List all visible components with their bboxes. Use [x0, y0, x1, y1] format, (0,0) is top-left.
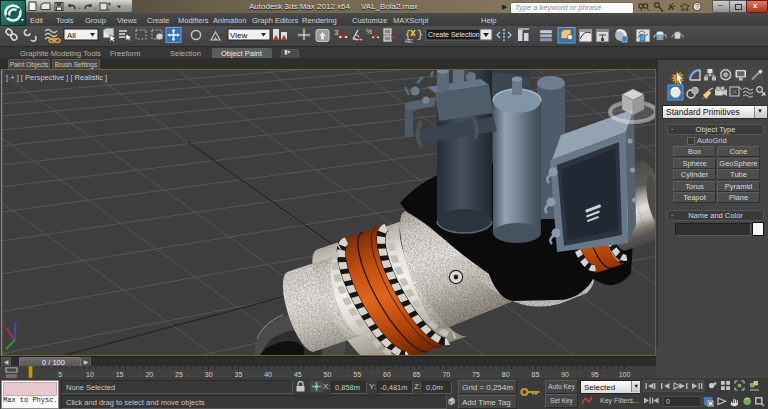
- svg-text:15: 15: [116, 371, 124, 378]
- svg-text:3: 3: [334, 28, 339, 37]
- svg-text:z: z: [17, 321, 20, 327]
- svg-text:80: 80: [502, 371, 510, 378]
- svg-text:30: 30: [205, 371, 213, 378]
- svg-text:75: 75: [472, 371, 480, 378]
- svg-text:35: 35: [235, 371, 243, 378]
- svg-text:40: 40: [264, 371, 272, 378]
- svg-text:?: ?: [695, 3, 699, 10]
- svg-text:85: 85: [532, 371, 540, 378]
- svg-text:60: 60: [383, 371, 391, 378]
- svg-text:70: 70: [442, 371, 450, 378]
- svg-text:90: 90: [561, 371, 569, 378]
- svg-text:25: 25: [175, 371, 183, 378]
- svg-text:All: All: [67, 31, 76, 40]
- svg-text:100: 100: [619, 371, 631, 378]
- svg-text:50: 50: [324, 371, 332, 378]
- svg-text:20: 20: [145, 371, 153, 378]
- svg-text:0: 0: [666, 398, 670, 405]
- svg-text:65: 65: [413, 371, 421, 378]
- svg-text:x: x: [2, 320, 5, 326]
- svg-text:%: %: [366, 28, 372, 35]
- svg-text:45: 45: [294, 371, 302, 378]
- svg-text:5: 5: [58, 371, 62, 378]
- svg-text:10: 10: [86, 371, 94, 378]
- svg-text:}: }: [417, 30, 423, 41]
- svg-text:[ + ] [ Perspective ] [ Realis: [ + ] [ Perspective ] [ Realistic ]: [6, 73, 107, 82]
- svg-text:View: View: [230, 31, 247, 40]
- svg-text:95: 95: [591, 371, 599, 378]
- svg-text:55: 55: [353, 371, 361, 378]
- svg-text:ABC: ABC: [405, 39, 413, 44]
